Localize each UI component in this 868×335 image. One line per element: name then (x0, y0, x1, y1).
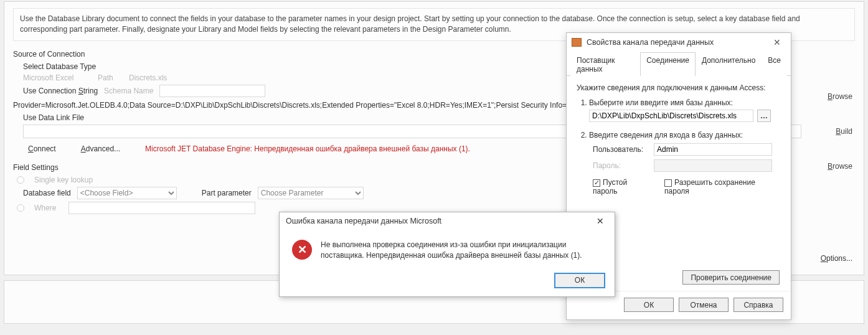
close-icon[interactable]: ✕ (591, 214, 610, 228)
props-help-button[interactable]: Справка (734, 298, 783, 312)
options-button[interactable]: Options... (821, 254, 852, 263)
close-icon[interactable]: ✕ (768, 36, 786, 49)
props-cancel-button[interactable]: Отмена (679, 298, 729, 312)
error-message-text: Не выполнена проверка соединения из-за о… (321, 240, 582, 261)
use-connection-string-label: Use Connection String (23, 87, 98, 95)
schema-name-input[interactable] (159, 85, 265, 97)
path-label: Path (98, 73, 123, 82)
part-parameter-label: Part parameter (202, 189, 252, 197)
test-connection-button[interactable]: Проверить соединение (682, 270, 780, 285)
user-label: Пользователь: (593, 145, 649, 154)
select-db-type-label: Select Database Type (23, 62, 96, 71)
props-tabs: Поставщик данных Соединение Дополнительн… (567, 52, 791, 76)
advanced-button[interactable]: Advanced... (81, 144, 120, 153)
props-ok-button[interactable]: ОК (624, 298, 674, 312)
password-label: Пароль: (593, 161, 649, 170)
where-label: Where (34, 204, 56, 212)
single-key-lookup-label: Single key lookup (34, 176, 93, 184)
right-actions: Browse Build Browse (828, 92, 852, 171)
error-ok-button[interactable]: ОК (555, 273, 605, 288)
db-path-input[interactable] (589, 110, 753, 122)
browse-button-1[interactable]: Browse (828, 92, 852, 101)
tab-additional[interactable]: Дополнительно (696, 52, 762, 76)
path-value: Discrets.xls (129, 73, 167, 82)
connect-button[interactable]: Connect (28, 144, 56, 153)
browse-db-button[interactable]: … (757, 110, 771, 122)
tab-all[interactable]: Все (762, 52, 787, 76)
database-field-label: Database field (23, 189, 71, 197)
tab-connection[interactable]: Соединение (640, 52, 696, 76)
db-type-value: Microsoft Excel (23, 73, 92, 82)
build-button[interactable]: Build (836, 127, 852, 136)
error-dialog: Ошибка канала передачи данных Microsoft … (279, 212, 615, 297)
error-dialog-title: Ошибка канала передачи данных Microsoft (286, 217, 441, 225)
part-parameter-select[interactable]: Choose Parameter (258, 187, 364, 199)
where-input[interactable] (68, 202, 255, 214)
schema-name-label: Schema Name (104, 87, 153, 95)
step2-label: Введите сведения для входа в базу данных… (589, 131, 781, 139)
connection-error-text: Microsoft JET Database Engine: Непредвид… (145, 144, 470, 153)
tab-provider[interactable]: Поставщик данных (570, 52, 640, 76)
data-link-title: Свойства канала передачи данных (587, 38, 714, 47)
error-icon: ✕ (292, 240, 312, 260)
data-link-title-icon (572, 38, 582, 47)
database-field-select[interactable]: <Choose Field> (77, 187, 177, 199)
props-intro: Укажите сведения для подключения к данны… (577, 83, 781, 92)
step1-label: Выберите или введите имя базы данных: (589, 98, 781, 107)
empty-password-checkbox[interactable]: Пустой пароль (593, 178, 653, 196)
where-radio[interactable] (17, 204, 24, 212)
use-data-link-file-label: Use Data Link File (23, 113, 84, 122)
single-key-lookup-radio[interactable] (17, 176, 24, 184)
password-input (654, 159, 772, 172)
browse-button-2[interactable]: Browse (828, 162, 852, 171)
allow-save-password-checkbox[interactable]: Разрешить сохранение пароля (664, 178, 781, 196)
user-input[interactable] (654, 143, 772, 156)
